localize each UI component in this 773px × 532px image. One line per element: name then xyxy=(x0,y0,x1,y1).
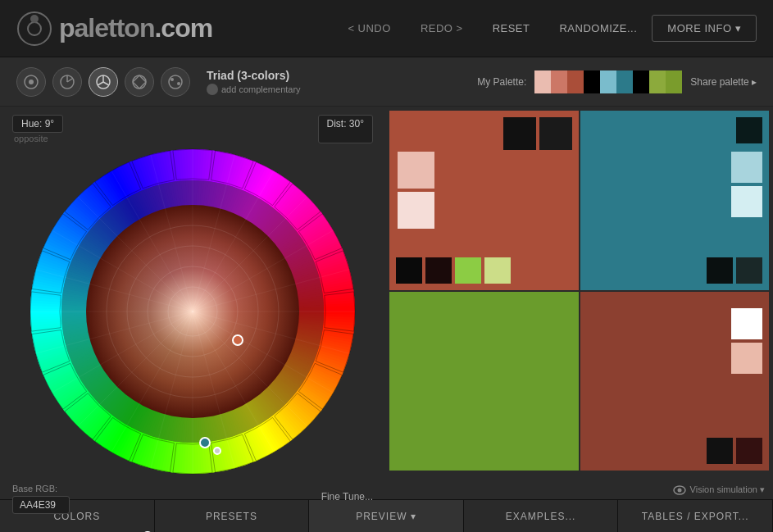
scheme-triad-button[interactable] xyxy=(89,67,118,97)
topbar: paletton.com < UNDO REDO > RESET RANDOMI… xyxy=(0,0,773,57)
logo-wordmark: paletton.com xyxy=(59,13,212,43)
svg-point-4 xyxy=(29,80,34,84)
more-info-button[interactable]: MORE INFO ▾ xyxy=(652,15,757,42)
teal-light1[interactable] xyxy=(731,152,762,183)
palette-preview xyxy=(534,70,682,93)
scheme-icons xyxy=(16,67,190,97)
redo-button[interactable]: REDO > xyxy=(406,16,478,41)
primary-btm2[interactable] xyxy=(425,257,452,284)
examples-button[interactable]: EXAMPLES... xyxy=(464,500,619,532)
right-panel: Vision simulation ▾ xyxy=(385,107,773,499)
scheme-mono-button[interactable] xyxy=(16,67,46,97)
hue-box[interactable]: Hue: 9° xyxy=(12,115,63,133)
vision-simulation[interactable]: Vision simulation ▾ xyxy=(673,484,765,495)
main-content: Hue: 9° opposite Dist: 30° Base RGB: AA4… xyxy=(0,107,773,499)
opposite-label: opposite xyxy=(14,134,63,143)
teal-dark1[interactable] xyxy=(736,117,762,143)
palette-label: My Palette: xyxy=(477,76,526,88)
reset-button[interactable]: RESET xyxy=(478,16,545,41)
tables-button[interactable]: TABLES / EXPORT... xyxy=(618,500,773,532)
palette-swatch-1[interactable] xyxy=(551,70,567,93)
brown-btm2[interactable] xyxy=(736,438,762,464)
svg-line-7 xyxy=(67,79,72,82)
vision-sim-label: Vision simulation ▾ xyxy=(690,484,765,495)
palette-swatch-7[interactable] xyxy=(649,70,666,93)
randomize-button[interactable]: RANDOMIZE... xyxy=(544,16,652,41)
teal-bottom-swatches xyxy=(707,257,762,284)
quadrant-green[interactable] xyxy=(389,292,579,471)
scheme-name: Triad (3-colors) xyxy=(207,69,301,82)
quadrant-primary[interactable] xyxy=(389,111,579,290)
palette-swatch-8[interactable] xyxy=(666,70,682,93)
primary-dark1[interactable] xyxy=(503,117,536,150)
primary-light1[interactable] xyxy=(398,152,434,189)
primary-dark-swatches xyxy=(503,117,572,150)
teal-btm2[interactable] xyxy=(736,257,762,284)
teal-light2[interactable] xyxy=(731,186,762,217)
palette-swatch-4[interactable] xyxy=(600,70,616,93)
quadrant-teal[interactable] xyxy=(580,111,770,290)
scheme-adjacent-button[interactable] xyxy=(52,67,82,97)
fine-tune-button[interactable]: Fine Tune... xyxy=(321,480,373,514)
add-comp-icon xyxy=(207,84,218,95)
primary-light-swatches xyxy=(398,152,434,229)
wheel-container[interactable] xyxy=(29,148,357,475)
brown-light1[interactable] xyxy=(731,308,762,339)
left-panel: Hue: 9° opposite Dist: 30° Base RGB: AA4… xyxy=(0,107,385,499)
primary-dark2[interactable] xyxy=(539,117,572,150)
teal-light-swatches xyxy=(731,152,762,217)
svg-point-21 xyxy=(677,488,681,492)
brown-light-swatches xyxy=(731,308,762,374)
svg-line-10 xyxy=(103,82,109,85)
share-palette-button[interactable]: Share palette ▸ xyxy=(690,76,757,88)
bottom-controls: Base RGB: AA4E39 Fine Tune... xyxy=(12,480,373,514)
scheme-label: Triad (3-colors) add complementary xyxy=(207,69,301,95)
logo: paletton.com xyxy=(16,11,212,47)
hue-dist-row: Hue: 9° opposite Dist: 30° xyxy=(12,115,373,143)
brown-light2[interactable] xyxy=(731,343,762,374)
rgb-value[interactable]: AA4E39 xyxy=(12,496,70,514)
primary-bottom-swatches xyxy=(396,257,511,284)
svg-point-1 xyxy=(28,22,41,35)
scheme-sub: add complementary xyxy=(207,84,301,95)
palette-swatch-6[interactable] xyxy=(633,70,649,93)
teal-btm1[interactable] xyxy=(707,257,733,284)
svg-point-19 xyxy=(177,82,180,85)
palette-swatch-2[interactable] xyxy=(567,70,584,93)
palette-swatch-0[interactable] xyxy=(534,70,551,93)
scheme-free-button[interactable] xyxy=(161,67,190,97)
logo-icon xyxy=(16,11,52,47)
swatches-grid xyxy=(389,111,769,471)
svg-point-17 xyxy=(169,75,182,89)
primary-btm1[interactable] xyxy=(396,257,422,284)
toolrow: Triad (3-colors) add complementary My Pa… xyxy=(0,57,773,107)
teal-dark-swatch xyxy=(736,117,762,143)
svg-point-12 xyxy=(133,75,146,89)
nav-actions: < UNDO REDO > RESET RANDOMIZE... MORE IN… xyxy=(333,15,757,42)
eye-icon xyxy=(673,485,686,495)
dist-box[interactable]: Dist: 30° xyxy=(318,115,373,143)
svg-line-11 xyxy=(98,82,103,85)
brown-btm1[interactable] xyxy=(707,438,733,464)
brown-bottom-swatches xyxy=(707,438,762,464)
svg-point-2 xyxy=(30,15,39,23)
palette-swatch-5[interactable] xyxy=(616,70,633,93)
primary-light2[interactable] xyxy=(398,192,434,229)
palette-swatch-3[interactable] xyxy=(584,70,600,93)
base-rgb-label: Base RGB: xyxy=(12,484,70,493)
undo-button[interactable]: < UNDO xyxy=(333,16,405,41)
color-wheel-canvas[interactable] xyxy=(29,148,357,475)
primary-btm3[interactable] xyxy=(455,257,481,284)
primary-btm4[interactable] xyxy=(484,257,511,284)
svg-point-18 xyxy=(171,78,174,81)
quadrant-brown[interactable] xyxy=(580,292,770,471)
palette-area: My Palette: Share palette ▸ xyxy=(477,70,757,93)
scheme-tetrad-button[interactable] xyxy=(125,67,154,97)
